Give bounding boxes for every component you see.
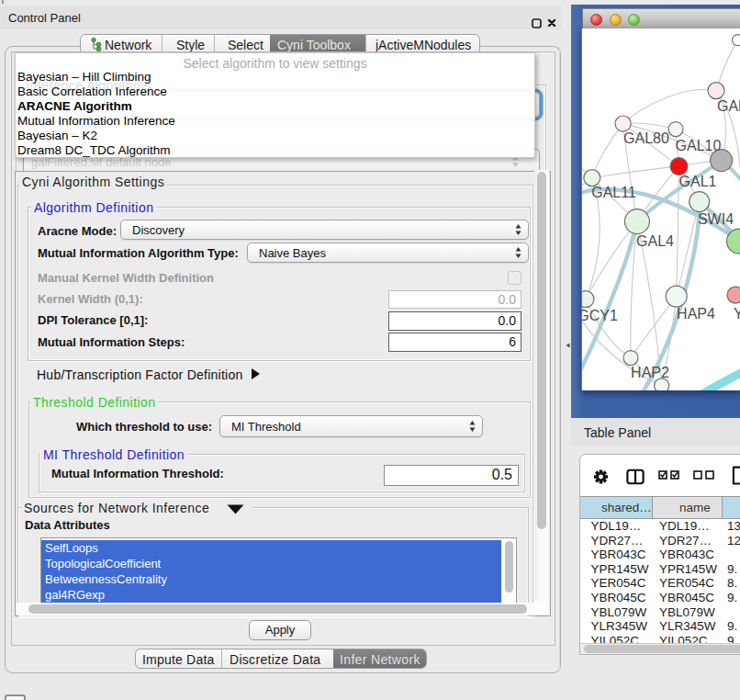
svg-text:GAL10: GAL10 [676,138,722,153]
svg-text:GAL80: GAL80 [623,130,669,146]
svg-text:HAP4: HAP4 [677,306,715,322]
svg-text:GAL7: GAL7 [717,98,740,114]
svg-text:GAL11: GAL11 [591,185,636,200]
svg-text:SWI4: SWI4 [698,211,734,227]
svg-text:GAL1: GAL1 [679,174,717,189]
svg-text:YJ: YJ [734,306,740,322]
svg-text:HAP2: HAP2 [631,365,669,380]
svg-text:GCY1: GCY1 [582,308,618,323]
svg-text:GAL4: GAL4 [636,233,674,249]
